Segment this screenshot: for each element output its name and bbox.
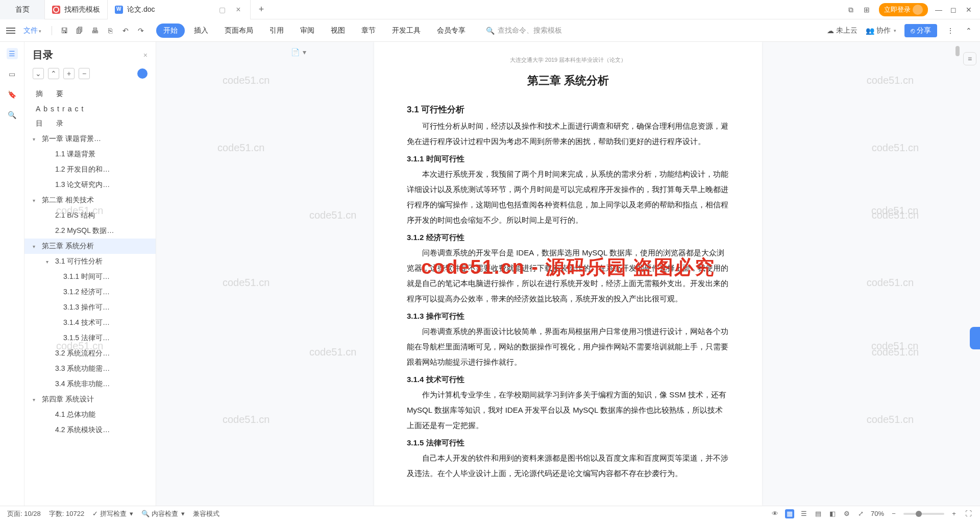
tab-home[interactable]: 首页: [0, 0, 45, 19]
rail-thumbnail-icon[interactable]: ▭: [7, 68, 18, 80]
outline-item[interactable]: 3.3 系统功能需…: [24, 361, 156, 376]
status-bar: 页面: 10/28 字数: 10722 ✓拼写检查▾ 🔍内容检查▾ 兼容模式 👁…: [0, 506, 980, 521]
more-icon[interactable]: ⋮: [945, 26, 955, 36]
tab-screen-icon[interactable]: ▢: [219, 6, 226, 14]
rail-outline-icon[interactable]: ☰: [7, 48, 18, 59]
outline-collapse-all[interactable]: ⌄: [33, 68, 44, 79]
redo-icon[interactable]: ↷: [136, 26, 146, 36]
outline-item-label: 3.4 系统非功能…: [55, 380, 110, 389]
view-web-icon[interactable]: ▤: [814, 509, 823, 518]
new-tab-button[interactable]: +: [251, 4, 272, 15]
login-button[interactable]: 立即登录: [879, 3, 928, 16]
ribbon-tab-chapter[interactable]: 章节: [354, 23, 383, 38]
print-preview-icon[interactable]: 🗐: [75, 26, 85, 36]
zoom-out-icon[interactable]: −: [889, 509, 898, 518]
file-menu[interactable]: 文件▾: [20, 26, 44, 35]
outline-item[interactable]: 3.1.1 时间可…: [24, 269, 156, 285]
status-compat-mode[interactable]: 兼容模式: [193, 509, 219, 518]
outline-item[interactable]: 1.3 论文研究内…: [24, 177, 156, 193]
outline-item[interactable]: 3.4 系统非功能…: [24, 376, 156, 392]
outline-item[interactable]: 摘 要: [24, 86, 156, 102]
document-area[interactable]: 大连交通大学 2019 届本科生毕业设计（论文） 第三章 系统分析 3.1 可行…: [156, 42, 980, 506]
outline-item[interactable]: 2.2 MySQL 数据…: [24, 223, 156, 239]
outline-item[interactable]: ▾3.1 可行性分析: [24, 254, 156, 269]
outline-item-label: 第二章 相关技术: [42, 196, 94, 205]
tab-close[interactable]: ×: [234, 5, 243, 14]
outline-item[interactable]: ▾第二章 相关技术: [24, 193, 156, 208]
status-page[interactable]: 页面: 10/28: [7, 509, 41, 518]
view-page-icon[interactable]: ▦: [785, 509, 794, 518]
ribbon-tab-start[interactable]: 开始: [156, 23, 185, 38]
status-words[interactable]: 字数: 10722: [49, 509, 84, 518]
ribbon-tab-devtools[interactable]: 开发工具: [385, 23, 428, 38]
ribbon-tab-view[interactable]: 视图: [324, 23, 352, 38]
layout-icon[interactable]: ⧉: [848, 6, 856, 14]
command-search[interactable]: 🔍 查找命令、搜索模板: [486, 26, 562, 35]
ribbon-tab-layout[interactable]: 页面布局: [217, 23, 260, 38]
settings-icon[interactable]: ⚙: [842, 509, 851, 518]
outline-item[interactable]: 目 录: [24, 116, 156, 131]
tab-document[interactable]: 论文.doc ▢ ×: [108, 0, 251, 19]
outline-sync-icon[interactable]: [137, 68, 148, 79]
rail-search-icon[interactable]: 🔍: [7, 109, 18, 121]
ribbon-tab-references[interactable]: 引用: [262, 23, 291, 38]
outline-item[interactable]: 1.2 开发目的和…: [24, 162, 156, 177]
outline-item[interactable]: Abstract: [24, 102, 156, 116]
zoom-slider[interactable]: [903, 513, 944, 515]
outline-item[interactable]: ▾第四章 系统设计: [24, 392, 156, 407]
outline-item[interactable]: 4.1 总体功能: [24, 407, 156, 422]
outline-item[interactable]: 2.1 B/S 结构: [24, 208, 156, 223]
outline-item[interactable]: ▾第三章 系统分析: [24, 239, 156, 254]
view-outline-icon[interactable]: ☰: [799, 509, 808, 518]
print-icon[interactable]: 🖶: [90, 26, 100, 36]
page-header: 大连交通大学 2019 届本科生毕业设计（论文）: [407, 54, 729, 65]
right-blue-tab[interactable]: [970, 327, 980, 349]
window-maximize[interactable]: ◻: [950, 6, 959, 14]
outline-item[interactable]: 3.1.5 法律可…: [24, 330, 156, 346]
share-button[interactable]: ⎋分享: [904, 24, 937, 37]
outline-remove[interactable]: −: [79, 68, 90, 79]
doc-tool-dropdown[interactable]: ▾: [303, 48, 306, 56]
doc-tool-icon[interactable]: 📄: [291, 48, 300, 56]
undo-icon[interactable]: ↶: [120, 26, 131, 36]
hamburger-icon[interactable]: [6, 28, 15, 34]
ribbon-tab-review[interactable]: 审阅: [293, 23, 322, 38]
zoom-level[interactable]: 70%: [871, 510, 884, 517]
outline-item[interactable]: 3.2 系统流程分…: [24, 346, 156, 361]
outline-add[interactable]: +: [63, 68, 75, 79]
outline-item[interactable]: 3.1.2 经济可…: [24, 285, 156, 300]
fullscreen-icon[interactable]: ⛶: [964, 509, 973, 518]
window-close[interactable]: ✕: [966, 6, 974, 14]
collapse-ribbon-icon[interactable]: ⌃: [964, 26, 974, 36]
window-minimize[interactable]: —: [935, 6, 943, 14]
tab-template[interactable]: 找稻壳模板: [45, 0, 108, 19]
outline-item[interactable]: 3.1.4 技术可…: [24, 315, 156, 330]
cloud-status[interactable]: ☁未上云: [827, 26, 857, 35]
outline-close-icon[interactable]: ×: [143, 51, 148, 59]
outline-list: 摘 要Abstract目 录▾第一章 课题背景…1.1 课题背景1.2 开发目的…: [24, 84, 156, 506]
outline-item[interactable]: 1.1 课题背景: [24, 147, 156, 162]
outline-item[interactable]: 4.2 系统模块设…: [24, 422, 156, 438]
collab-button[interactable]: 👥协作▾: [866, 26, 896, 35]
heading-3-1-3: 3.1.3 操作可行性: [407, 309, 729, 324]
status-content-check[interactable]: 🔍内容检查▾: [141, 509, 185, 518]
outline-item-label: 3.1 可行性分析: [55, 257, 103, 266]
outline-item[interactable]: 3.1.3 操作可…: [24, 300, 156, 315]
scrollbar-thumb[interactable]: [955, 46, 960, 56]
save-icon[interactable]: 🖫: [59, 26, 69, 36]
ribbon-tab-insert[interactable]: 插入: [187, 23, 215, 38]
right-panel-toggle[interactable]: ≡: [963, 52, 976, 65]
eye-icon[interactable]: 👁: [771, 509, 780, 518]
outline-expand-all[interactable]: ⌃: [48, 68, 59, 79]
export-icon[interactable]: ⎘: [105, 26, 115, 36]
status-spellcheck[interactable]: ✓拼写检查▾: [92, 509, 133, 518]
outline-item-label: 第一章 课题背景…: [42, 134, 101, 144]
share-icon: ⎋: [911, 27, 915, 35]
zoom-fit-icon[interactable]: ⤢: [856, 509, 866, 518]
rail-bookmark-icon[interactable]: 🔖: [7, 89, 18, 100]
zoom-in-icon[interactable]: +: [949, 509, 959, 518]
apps-icon[interactable]: ⊞: [864, 6, 872, 14]
outline-item[interactable]: ▾第一章 课题背景…: [24, 131, 156, 147]
ribbon-tab-member[interactable]: 会员专享: [430, 23, 473, 38]
view-read-icon[interactable]: ◧: [828, 509, 837, 518]
